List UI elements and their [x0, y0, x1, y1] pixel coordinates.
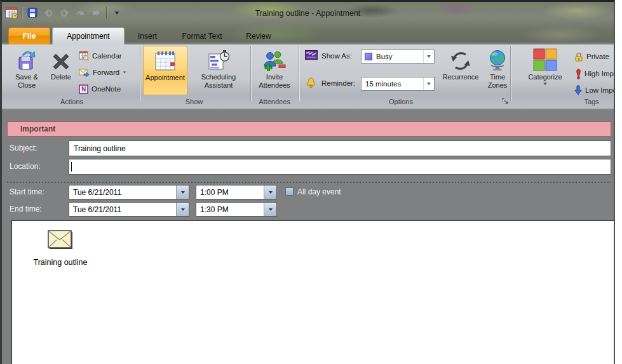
reminder-label: Reminder:	[321, 79, 355, 87]
redo-button[interactable]	[57, 6, 71, 20]
form-divider	[7, 182, 611, 183]
time-zones-button[interactable]: Time Zones	[485, 46, 510, 95]
low-importance-icon	[574, 85, 582, 95]
start-time-picker[interactable]: 1:00 PM	[196, 185, 277, 199]
group-separator	[140, 46, 140, 101]
attached-item[interactable]: Training outline	[22, 230, 98, 267]
group-separator	[299, 46, 299, 101]
ribbon: Save & Close Delete Calendar	[2, 44, 614, 110]
appointment-icon	[154, 46, 176, 72]
end-time-dropdown-button[interactable]	[264, 203, 276, 216]
scheduling-assistant-button[interactable]: Scheduling Assistant	[190, 46, 247, 95]
end-date-dropdown-button[interactable]	[176, 203, 189, 216]
chevron-down-icon	[181, 191, 185, 194]
start-time-label: Start time:	[10, 187, 44, 196]
attached-item-name: Training outline	[22, 258, 98, 267]
customize-qat-button[interactable]	[110, 6, 124, 20]
high-importance-button[interactable]: High Imp	[576, 68, 614, 79]
tab-appointment[interactable]: Appointment	[52, 27, 125, 44]
low-importance-button[interactable]: Low Impo	[574, 84, 615, 96]
recurrence-button[interactable]: Recurrence	[438, 46, 483, 95]
location-label: Location:	[10, 162, 41, 171]
start-date-picker[interactable]: Tue 6/21/2011	[69, 185, 189, 199]
tab-format-text[interactable]: Format Text	[172, 27, 232, 44]
tab-review[interactable]: Review	[238, 27, 279, 44]
notes-body[interactable]: Training outline	[11, 220, 614, 364]
qat-separator	[22, 7, 22, 18]
show-as-icon	[305, 50, 318, 60]
screenshot-stage: Training outline - Appointment	[0, 0, 622, 364]
undo-button[interactable]	[41, 6, 55, 20]
onenote-icon: N	[79, 84, 88, 94]
invite-attendees-icon	[263, 46, 286, 71]
next-item-button[interactable]	[89, 6, 103, 20]
delete-icon	[51, 46, 71, 71]
undo-icon	[43, 8, 54, 18]
end-date-value: Tue 6/21/2011	[73, 205, 121, 214]
show-as-dropdown-arrow[interactable]	[423, 50, 434, 63]
group-label-actions: Actions	[40, 98, 104, 105]
start-date-dropdown-button[interactable]	[176, 185, 189, 199]
lock-icon	[574, 51, 583, 62]
chevron-down-icon	[543, 83, 547, 85]
chevron-down-icon	[427, 55, 431, 58]
calendar-icon	[79, 51, 89, 61]
time-zones-label: Time Zones	[488, 73, 508, 90]
end-time-value: 1:30 PM	[200, 205, 229, 214]
invite-attendees-button[interactable]: Invite Attendees	[254, 46, 295, 95]
show-as-combobox[interactable]: Busy	[361, 50, 435, 64]
envelope-icon	[48, 230, 73, 250]
chevron-down-icon	[115, 12, 119, 15]
save-close-button[interactable]: Save & Close	[8, 46, 45, 95]
reminder-value: 15 minutes	[362, 80, 423, 88]
subject-value: Training outline	[74, 144, 126, 153]
calendar-label: Calendar	[92, 52, 122, 60]
appointment-view-button[interactable]: Appointment	[143, 46, 187, 95]
app-icon[interactable]	[4, 6, 18, 20]
reminder-combobox[interactable]: 15 minutes	[361, 77, 435, 91]
all-day-event-checkbox[interactable]	[285, 187, 294, 196]
onenote-button[interactable]: N OneNote	[79, 83, 121, 95]
categorize-icon	[533, 46, 557, 71]
group-label-options: Options	[372, 98, 429, 105]
subject-label: Subject:	[10, 144, 37, 152]
onenote-label: OneNote	[91, 85, 121, 93]
forward-icon	[79, 68, 90, 77]
redo-icon	[59, 8, 70, 18]
previous-item-button[interactable]	[73, 6, 87, 20]
calendar-app-icon	[5, 6, 18, 20]
recurrence-icon	[450, 46, 471, 71]
next-item-icon	[91, 8, 101, 17]
previous-item-icon	[75, 8, 85, 17]
chevron-down-icon	[123, 71, 126, 73]
options-dialog-launcher[interactable]	[502, 98, 509, 105]
quick-access-toolbar	[4, 4, 124, 21]
qat-separator	[106, 7, 107, 18]
high-importance-label: High Imp	[585, 70, 614, 78]
tab-insert[interactable]: Insert	[129, 27, 166, 44]
location-input[interactable]	[69, 159, 611, 175]
invite-attendees-label: Invite Attendees	[259, 73, 290, 90]
end-date-picker[interactable]: Tue 6/21/2011	[69, 202, 189, 217]
calendar-button[interactable]: Calendar	[79, 50, 122, 62]
group-separator	[510, 46, 511, 101]
categorize-label: Categorize	[528, 73, 562, 81]
tab-file[interactable]: File	[8, 27, 50, 44]
start-date-value: Tue 6/21/2011	[73, 188, 121, 197]
save-button[interactable]	[25, 6, 39, 20]
private-button[interactable]: Private	[574, 51, 609, 62]
delete-button[interactable]: Delete	[46, 46, 76, 95]
reminder-dropdown-arrow[interactable]	[423, 78, 434, 90]
start-time-dropdown-button[interactable]	[264, 185, 276, 199]
time-zones-icon	[488, 46, 507, 71]
high-importance-icon	[576, 69, 581, 79]
end-time-label: End time:	[10, 205, 42, 213]
subject-input[interactable]: Training outline	[69, 140, 611, 156]
delete-label: Delete	[51, 73, 71, 81]
end-time-picker[interactable]: 1:30 PM	[196, 202, 277, 217]
private-label: Private	[586, 53, 609, 60]
categorize-button[interactable]: Categorize	[525, 46, 565, 95]
forward-button[interactable]: Forward	[79, 67, 126, 78]
recurrence-label: Recurrence	[443, 73, 479, 81]
group-label-show: Show	[164, 98, 224, 105]
